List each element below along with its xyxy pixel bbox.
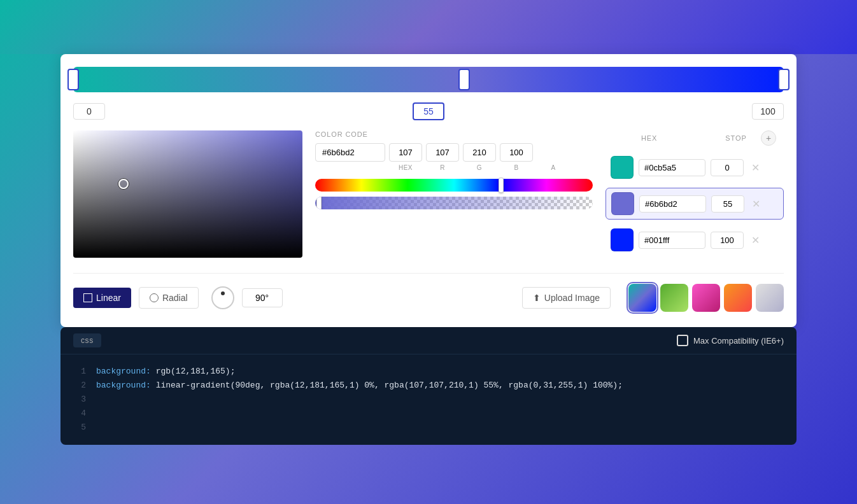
upload-icon: ⬆ (533, 293, 541, 303)
radial-button[interactable]: Radial (139, 287, 199, 309)
alpha-thumb[interactable] (316, 197, 322, 209)
a-input[interactable] (500, 143, 533, 162)
linear-button[interactable]: Linear (73, 288, 131, 308)
r-label: R (426, 164, 459, 171)
preset-swatch-5[interactable] (756, 284, 784, 312)
color-code-label: COLOR CODE (315, 130, 593, 138)
stops-hex-header: HEX (641, 134, 711, 142)
stop-delete-2[interactable]: ✕ (749, 197, 763, 211)
css-prop-2: background: (96, 381, 151, 390)
css-header: css Max Compatibility (IE6+) (60, 327, 797, 354)
hue-thumb[interactable] (499, 178, 504, 193)
line-num-1: 1 (73, 365, 86, 379)
stop-swatch-1[interactable] (611, 156, 634, 179)
slider-numbers-row: 0 55 100 (73, 102, 784, 120)
stop-hex-input-1[interactable] (639, 159, 705, 176)
css-prop-1: background: (96, 367, 151, 376)
angle-input[interactable] (242, 288, 283, 307)
css-line-3: 3 (73, 393, 784, 407)
stop-delete-3[interactable]: ✕ (749, 233, 762, 248)
slider-number-right: 100 (752, 103, 784, 120)
b-input[interactable] (463, 143, 496, 162)
stop-num-input-1[interactable] (711, 159, 744, 176)
css-value-2: linear-gradient(90deg, rgba(12,181,165,1… (151, 381, 623, 390)
gradient-thumb-middle[interactable] (458, 69, 470, 90)
hex-label: HEX (389, 164, 422, 171)
hue-slider[interactable] (315, 179, 593, 192)
color-code-section: COLOR CODE HEX R G B A (315, 130, 593, 209)
max-compat-row: Max Compatibility (IE6+) (677, 335, 784, 346)
stop-num-input-2[interactable] (711, 195, 744, 213)
color-inputs-row (315, 143, 593, 162)
b-label: B (500, 164, 533, 171)
line-num-2: 2 (73, 379, 86, 393)
top-background (0, 0, 857, 54)
stop-swatch-3[interactable] (611, 228, 634, 251)
linear-icon (83, 293, 92, 302)
stop-hex-input-3[interactable] (639, 232, 705, 249)
hex-input[interactable] (315, 143, 385, 162)
canvas-picker-thumb[interactable] (118, 179, 129, 189)
max-compat-checkbox[interactable] (677, 335, 688, 346)
gradient-editor-card: 0 55 100 COLOR CODE (60, 54, 797, 327)
css-value-1: rgb(12,181,165); (151, 367, 236, 376)
stop-swatch-2[interactable] (611, 192, 634, 215)
stop-row-3: ✕ (606, 225, 784, 255)
preset-swatch-4[interactable] (724, 284, 752, 312)
max-compat-label: Max Compatibility (IE6+) (693, 336, 784, 346)
color-canvas[interactable] (73, 130, 302, 258)
a-label: A (537, 164, 570, 171)
css-line-1: 1 background: rgb(12,181,165); (73, 365, 784, 379)
css-section: css Max Compatibility (IE6+) 1 backgroun… (60, 327, 797, 445)
stops-header: HEX STOP + (606, 130, 784, 146)
gradient-thumb-right[interactable] (778, 69, 790, 90)
stops-stop-header: STOP (716, 134, 756, 142)
radial-icon (150, 293, 159, 302)
alpha-gradient (315, 197, 593, 209)
linear-label: Linear (96, 293, 121, 303)
stop-num-input-3[interactable] (711, 232, 744, 249)
toolbar: Linear Radial ⬆ Upload Image (73, 273, 784, 312)
editor-row: COLOR CODE HEX R G B A (73, 130, 784, 260)
line-num-3: 3 (73, 393, 86, 407)
line-num-5: 5 (73, 421, 86, 435)
css-line-5: 5 (73, 421, 784, 435)
g-input[interactable] (426, 143, 459, 162)
css-line-4: 4 (73, 407, 784, 421)
preset-swatch-2[interactable] (660, 284, 688, 312)
add-stop-button[interactable]: + (761, 130, 776, 146)
gradient-bar-section (73, 67, 784, 92)
css-tab[interactable]: css (73, 333, 101, 347)
stops-section: HEX STOP + ✕ ✕ (606, 130, 784, 260)
line-num-4: 4 (73, 407, 86, 421)
preset-swatch-1[interactable] (628, 284, 656, 312)
stop-row-1: ✕ (606, 152, 784, 183)
angle-dot (221, 291, 225, 295)
color-picker-wrap (73, 130, 302, 258)
css-body: 1 background: rgb(12,181,165); 2 backgro… (60, 354, 797, 445)
gradient-bar[interactable] (73, 67, 784, 92)
slider-number-middle[interactable]: 55 (413, 102, 444, 120)
g-label: G (463, 164, 496, 171)
stop-row-2: ✕ (606, 188, 784, 220)
stop-delete-1[interactable]: ✕ (749, 160, 762, 175)
preset-swatch-3[interactable] (692, 284, 720, 312)
main-container: 0 55 100 COLOR CODE (0, 0, 857, 445)
preset-swatches (628, 284, 784, 312)
angle-circle[interactable] (211, 286, 234, 309)
channel-labels-row: HEX R G B A (315, 164, 593, 171)
gradient-thumb-left[interactable] (67, 69, 79, 90)
stop-hex-input-2[interactable] (639, 195, 706, 213)
upload-label: Upload Image (544, 293, 600, 303)
css-line-2: 2 background: linear-gradient(90deg, rgb… (73, 379, 784, 393)
upload-image-button[interactable]: ⬆ Upload Image (522, 287, 611, 309)
alpha-slider[interactable] (315, 197, 593, 209)
radial-label: Radial (162, 293, 188, 303)
slider-number-left: 0 (73, 103, 105, 120)
r-input[interactable] (389, 143, 422, 162)
